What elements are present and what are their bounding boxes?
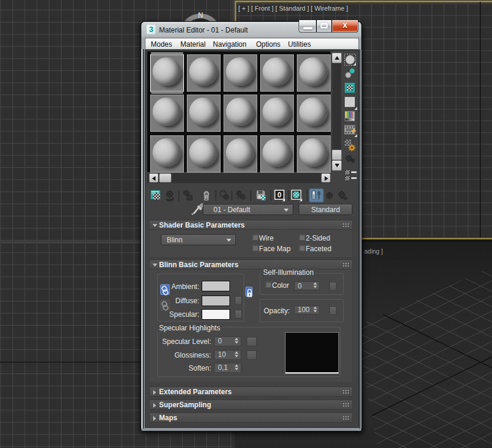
svg-text:[ + ] [ Front ] [ Standard ] [: [ + ] [ Front ] [ Standard ] [ Wireframe… [238, 5, 348, 12]
svg-text:ading ]: ading ] [364, 248, 383, 255]
svg-text:0: 0 [277, 191, 281, 199]
svg-text:N: N [198, 11, 203, 20]
